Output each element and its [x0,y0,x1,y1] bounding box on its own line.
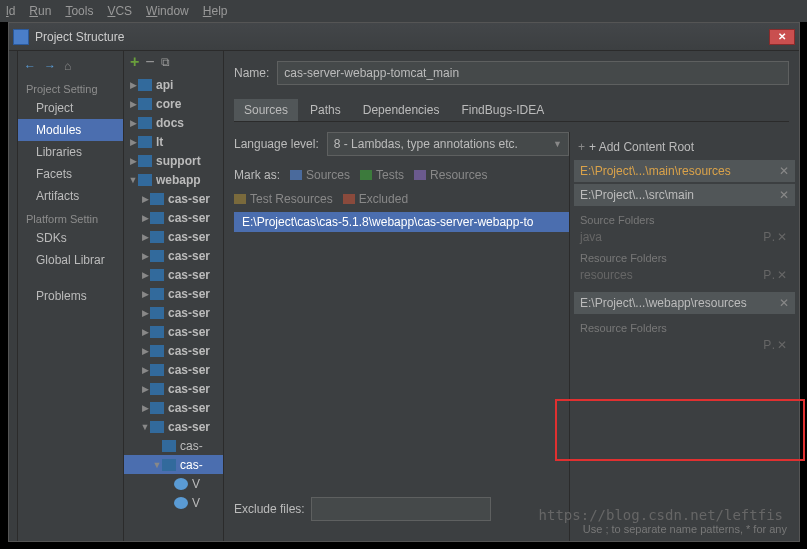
expand-icon[interactable] [140,422,150,432]
tree-node[interactable]: cas-ser [124,360,223,379]
tree-node[interactable]: cas-ser [124,208,223,227]
name-label: Name: [234,66,269,80]
add-icon[interactable]: + [130,53,139,71]
mark-tests[interactable]: Tests [360,168,404,182]
expand-icon[interactable] [140,270,150,280]
folder-entry[interactable]: P.✕ [574,336,795,354]
expand-icon[interactable] [152,460,162,470]
tree-node[interactable]: cas- [124,436,223,455]
section-header: Platform Settin [18,207,123,227]
tree-node[interactable]: support [124,151,223,170]
menu-item[interactable]: Help [203,4,228,18]
exclude-input[interactable] [311,497,491,521]
tree-node[interactable]: cas-ser [124,246,223,265]
tree-node[interactable]: cas-ser [124,341,223,360]
mark-excluded[interactable]: Excluded [343,192,408,206]
expand-icon[interactable] [128,175,138,185]
mark-test-resources[interactable]: Test Resources [234,192,333,206]
tree-node[interactable]: cas- [124,455,223,474]
expand-icon[interactable] [140,194,150,204]
expand-icon[interactable] [140,232,150,242]
remove-root-icon[interactable]: ✕ [779,188,789,202]
expand-icon[interactable] [140,403,150,413]
nav-sdks[interactable]: SDKs [18,227,123,249]
home-icon[interactable]: ⌂ [64,59,71,73]
tab-sources[interactable]: Sources [234,99,298,121]
tree-label: cas-ser [168,363,210,377]
folder-entry[interactable]: resourcesP.✕ [574,266,795,284]
tab-paths[interactable]: Paths [300,99,351,121]
expand-icon[interactable] [140,251,150,261]
content-root-path[interactable]: E:\Project\cas\cas-5.1.8\webapp\cas-serv… [234,212,569,232]
tree-node[interactable]: cas-ser [124,284,223,303]
tab-findbugs[interactable]: FindBugs-IDEA [451,99,554,121]
dialog-titlebar: Project Structure ✕ [9,23,799,51]
tree-node[interactable]: cas-ser [124,417,223,436]
mark-resources[interactable]: Resources [414,168,487,182]
tree-label: webapp [156,173,201,187]
content-root-item[interactable]: E:\Project\...\webapp\resources✕ [574,292,795,314]
nav-facets[interactable]: Facets [18,163,123,185]
language-level-combo[interactable]: 8 - Lambdas, type annotations etc.▼ [327,132,569,156]
module-editor: Name: Sources Paths Dependencies FindBug… [224,51,799,541]
nav-problems[interactable]: Problems [18,285,123,307]
close-button[interactable]: ✕ [769,29,795,45]
menu-item[interactable]: Run [29,4,51,18]
nav-global-libs[interactable]: Global Librar [18,249,123,271]
folder-actions[interactable]: P.✕ [763,230,789,244]
tree-node[interactable]: cas-ser [124,398,223,417]
tree-node[interactable]: core [124,94,223,113]
tree-node[interactable]: lt [124,132,223,151]
tree-node[interactable]: V [124,474,223,493]
menu-item[interactable]: ld [6,4,15,18]
expand-icon[interactable] [128,156,138,166]
nav-artifacts[interactable]: Artifacts [18,185,123,207]
expand-icon[interactable] [128,80,138,90]
expand-icon[interactable] [140,384,150,394]
tree-node[interactable]: cas-ser [124,265,223,284]
module-tree[interactable]: apicoredocsltsupportwebappcas-sercas-ser… [124,73,223,512]
nav-modules[interactable]: Modules [18,119,123,141]
menu-item[interactable]: VCS [107,4,132,18]
tree-node[interactable]: cas-ser [124,303,223,322]
tree-node[interactable]: cas-ser [124,322,223,341]
expand-icon[interactable] [128,118,138,128]
back-icon[interactable]: ← [24,59,36,73]
tree-node[interactable]: cas-ser [124,379,223,398]
expand-icon[interactable] [140,289,150,299]
content-root-item[interactable]: E:\Project\...\main\resources✕ [574,160,795,182]
tree-node[interactable]: api [124,75,223,94]
tab-dependencies[interactable]: Dependencies [353,99,450,121]
menu-item[interactable]: Tools [65,4,93,18]
expand-icon[interactable] [140,213,150,223]
mark-sources[interactable]: Sources [290,168,350,182]
menu-item[interactable]: Window [146,4,189,18]
nav-libraries[interactable]: Libraries [18,141,123,163]
folder-entry[interactable]: javaP.✕ [574,228,795,246]
expand-icon[interactable] [140,308,150,318]
expand-icon[interactable] [140,365,150,375]
content-root-item[interactable]: E:\Project\...\src\main✕ [574,184,795,206]
module-name-input[interactable] [277,61,789,85]
remove-root-icon[interactable]: ✕ [779,164,789,178]
remove-icon[interactable]: − [145,53,154,71]
forward-icon[interactable]: → [44,59,56,73]
expand-icon[interactable] [128,99,138,109]
tree-node[interactable]: webapp [124,170,223,189]
tree-label: cas-ser [168,268,210,282]
source-tree[interactable]: E:\Project\cas\cas-5.1.8\webapp\cas-serv… [234,212,569,541]
tree-node[interactable]: cas-ser [124,227,223,246]
expand-icon[interactable] [140,346,150,356]
tree-node[interactable]: V [124,493,223,512]
folder-actions[interactable]: P.✕ [763,268,789,282]
expand-icon[interactable] [140,327,150,337]
tree-node[interactable]: docs [124,113,223,132]
nav-project[interactable]: Project [18,97,123,119]
remove-root-icon[interactable]: ✕ [779,296,789,310]
add-content-root[interactable]: ++ Add Content Root [574,138,795,160]
section-header: Project Setting [18,77,123,97]
tree-node[interactable]: cas-ser [124,189,223,208]
expand-icon[interactable] [128,137,138,147]
folder-actions[interactable]: P.✕ [763,338,789,352]
copy-icon[interactable]: ⧉ [161,55,170,69]
